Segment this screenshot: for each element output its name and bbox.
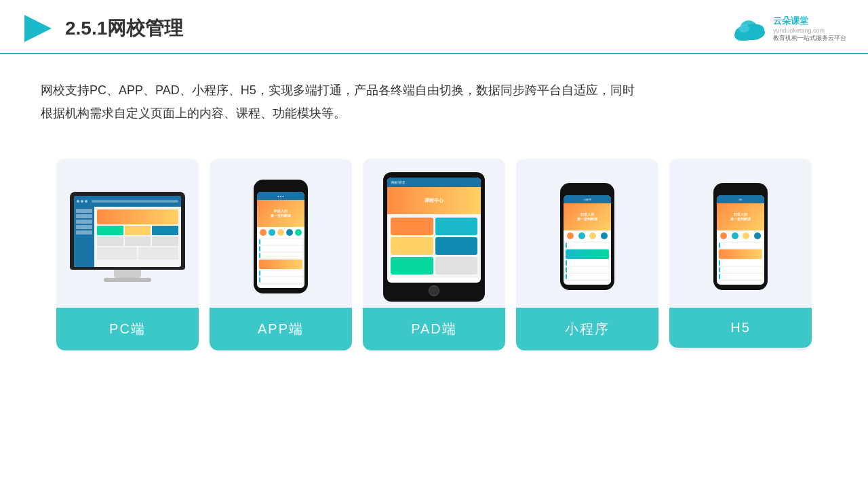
pad-card: 网校管理 课程中心: [363, 159, 505, 350]
pc-image-area: [56, 159, 199, 308]
platform-cards: PC端 ● ● ● 职进人的第一堂判断课: [0, 145, 868, 350]
pad-label: PAD端: [363, 308, 505, 350]
app-image-area: ● ● ● 职进人的第一堂判断课: [210, 159, 352, 308]
description-text: 网校支持PC、APP、PAD、小程序、H5，实现多端打通，产品各终端自由切换，数…: [0, 54, 678, 138]
pad-image-area: 网校管理 课程中心: [363, 159, 505, 308]
header-left: 2.5.1网校管理: [22, 12, 183, 45]
play-icon: [22, 12, 54, 45]
logo-name: 云朵课堂: [773, 15, 846, 27]
logo-domain: yunduoketang.com: [773, 27, 846, 34]
app-card: ● ● ● 职进人的第一堂判断课: [210, 159, 352, 350]
logo-text: 云朵课堂 yunduoketang.com 教育机构一站式服务云平台: [773, 15, 846, 43]
miniprogram-image-area: 小程序 职进人的第一堂判断课: [516, 159, 658, 308]
h5-label: H5: [669, 308, 812, 348]
page-header: 2.5.1网校管理 云朵课堂 yunduoketang.com 教育机构一站式服…: [0, 0, 868, 54]
h5-card: H5 职进人的第一堂判断课: [669, 159, 812, 350]
pc-mockup: [66, 192, 189, 282]
h5-phone-mockup: H5 职进人的第一堂判断课: [710, 183, 771, 290]
svg-point-7: [738, 24, 749, 33]
app-label: APP端: [210, 308, 352, 350]
app-phone-mockup: ● ● ● 职进人的第一堂判断课: [250, 180, 311, 293]
miniprogram-label: 小程序: [516, 308, 658, 350]
description-content: 网校支持PC、APP、PAD、小程序、H5，实现多端打通，产品各终端自由切换，数…: [41, 83, 635, 120]
cloud-logo-icon: [732, 15, 769, 42]
logo-area: 云朵课堂 yunduoketang.com 教育机构一站式服务云平台: [732, 15, 846, 43]
pc-label: PC端: [56, 308, 199, 350]
miniprogram-phone-mockup: 小程序 职进人的第一堂判断课: [557, 183, 618, 290]
miniprogram-card: 小程序 职进人的第一堂判断课: [516, 159, 658, 350]
pad-tablet-mockup: 网校管理 课程中心: [387, 172, 481, 302]
pc-card: PC端: [56, 159, 199, 350]
h5-image-area: H5 职进人的第一堂判断课: [669, 159, 812, 308]
page-title: 2.5.1网校管理: [65, 16, 183, 41]
logo-slogan: 教育机构一站式服务云平台: [773, 34, 846, 43]
svg-marker-0: [24, 15, 52, 42]
